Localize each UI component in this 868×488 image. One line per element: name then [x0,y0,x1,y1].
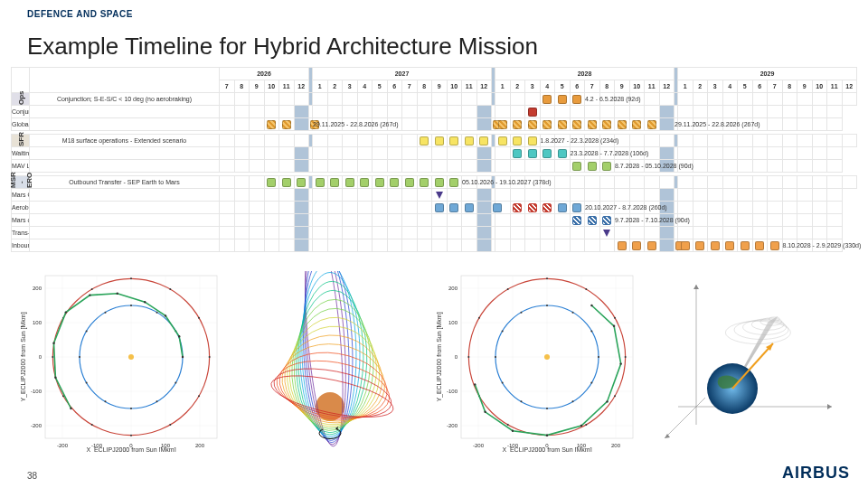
svg-point-23 [128,354,134,360]
svg-text:-200: -200 [473,443,485,448]
svg-point-105 [598,356,599,358]
svg-point-41 [130,435,132,436]
svg-point-58 [54,377,56,379]
svg-point-44 [52,356,53,358]
brand-label: DEFENCE AND SPACE [27,9,133,19]
svg-point-39 [198,395,200,397]
svg-point-53 [144,301,146,303]
svg-text:0: 0 [39,354,42,360]
svg-point-116 [590,331,592,333]
svg-text:-200: -200 [31,423,42,428]
svg-point-42 [91,424,93,426]
svg-point-114 [546,305,548,306]
svg-text:100: 100 [448,320,458,325]
svg-point-113 [521,312,523,314]
svg-point-110 [502,382,504,384]
svg-point-55 [89,294,90,296]
svg-point-111 [495,356,496,358]
svg-point-115 [572,312,574,314]
svg-point-119 [614,395,616,397]
svg-text:200: 200 [448,286,458,291]
svg-point-108 [546,408,548,409]
svg-point-125 [478,317,480,319]
svg-point-40 [169,424,171,426]
svg-point-130 [474,383,476,385]
svg-text:0: 0 [455,354,458,360]
svg-text:-200: -200 [57,443,69,448]
plot-aerobraking [226,271,434,452]
svg-text:100: 100 [33,320,42,325]
svg-point-30 [86,382,88,384]
svg-text:Y_ECLIPJ2000 from Sun [Mkm]: Y_ECLIPJ2000 from Sun [Mkm] [20,312,27,401]
plot-outbound: -200-200-100-10000100100200200X_ECLIPJ20… [18,271,226,452]
svg-point-33 [105,312,107,314]
svg-point-106 [590,382,592,384]
svg-point-48 [169,288,171,290]
svg-text:X_ECLIPJ2000 from Sun [Mkm]: X_ECLIPJ2000 from Sun [Mkm] [502,446,591,452]
svg-point-127 [546,277,548,279]
svg-point-34 [130,305,132,306]
svg-point-49 [198,317,200,319]
svg-point-47 [130,277,132,279]
svg-point-38 [209,356,211,358]
svg-point-122 [507,424,509,426]
svg-point-136 [620,362,622,364]
svg-point-46 [91,288,93,290]
svg-point-132 [512,430,514,432]
svg-point-134 [580,425,582,427]
svg-point-118 [625,356,627,358]
svg-point-133 [546,434,548,436]
svg-text:Y_ECLIPJ2000 from Sun [Mkm]: Y_ECLIPJ2000 from Sun [Mkm] [436,312,443,401]
svg-point-124 [467,356,469,358]
svg-point-131 [484,411,486,413]
trajectory-plots: -200-200-100-10000100100200200X_ECLIPJ20… [18,271,850,452]
svg-point-32 [86,331,88,333]
svg-point-137 [613,325,615,327]
svg-text:X_ECLIPJ2000 from Sun [Mkm]: X_ECLIPJ2000 from Sun [Mkm] [86,446,175,452]
svg-line-141 [665,398,705,438]
svg-point-31 [79,356,80,358]
svg-point-138 [590,305,592,306]
svg-point-107 [572,400,574,402]
svg-point-120 [585,424,587,426]
svg-point-112 [502,331,504,333]
svg-text:200: 200 [33,286,42,291]
svg-text:200: 200 [611,443,621,448]
svg-point-56 [65,311,67,313]
airbus-logo: AIRBUS [782,464,850,483]
svg-text:-100: -100 [447,389,458,394]
svg-point-35 [156,312,158,314]
svg-point-57 [52,343,54,344]
gantt-chart: 2026202720282029789101112123456789101112… [11,67,857,257]
svg-point-29 [105,400,107,402]
svg-point-28 [130,408,132,409]
svg-point-126 [507,288,509,290]
svg-point-103 [544,354,550,360]
svg-point-109 [521,400,523,402]
plot-reentry [642,271,850,452]
slide-title: Example Timeline for Hybrid Architecture… [27,33,538,61]
svg-text:200: 200 [195,443,205,448]
svg-point-128 [585,288,587,290]
svg-point-135 [606,400,608,402]
svg-point-59 [70,408,71,409]
svg-point-129 [614,317,616,319]
svg-text:-200: -200 [447,423,458,428]
svg-point-52 [165,314,166,316]
svg-point-26 [175,382,176,384]
svg-point-51 [178,335,180,337]
svg-text:-100: -100 [31,389,42,394]
svg-point-50 [182,356,184,358]
svg-point-27 [156,400,158,402]
plot-inbound: -200-200-100-10000100100200200X_ECLIPJ20… [434,271,642,452]
svg-point-54 [117,293,118,295]
page-number: 38 [27,471,37,481]
